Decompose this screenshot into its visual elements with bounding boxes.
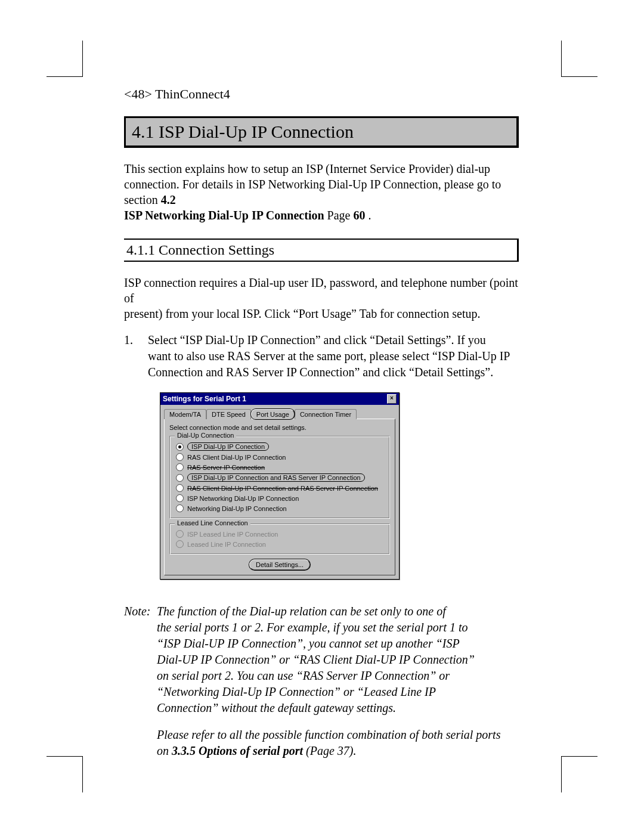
radio-icon bbox=[176, 540, 184, 548]
tabs-row: Modem/TA DTE Speed Port Usage Connection… bbox=[160, 405, 399, 419]
radio-leased: Leased Line IP Connection bbox=[176, 539, 383, 549]
intro-line3b: Page bbox=[324, 209, 354, 222]
note-l5: on serial port 2. You can use “RAS Serve… bbox=[157, 669, 450, 682]
radio-label: RAS Client Dial-Up IP Connection and RAS… bbox=[187, 485, 378, 492]
para2: ISP connection requires a Dial-up user I… bbox=[124, 275, 519, 321]
radio-label: RAS Client Dial-Up IP Connection bbox=[187, 454, 286, 461]
radio-label: ISP Dial-Up IP Connection and RAS Server… bbox=[187, 473, 365, 482]
note-l3: “ISP Dial-UP IP Connection”, you cannot … bbox=[157, 637, 460, 650]
radio-label: Networking Dial-Up IP Connection bbox=[187, 505, 287, 512]
intro-line3a: ISP Networking Dial-Up IP Connection bbox=[124, 209, 324, 222]
para2-l1: ISP connection requires a Dial-up user I… bbox=[124, 276, 518, 305]
radio-icon bbox=[176, 443, 184, 451]
content-area: <48> ThinConnect4 4.1 ISP Dial-Up IP Con… bbox=[124, 86, 519, 759]
tab-dte-speed[interactable]: DTE Speed bbox=[206, 409, 251, 419]
page-header: <48> ThinConnect4 bbox=[124, 86, 519, 102]
radio-ras-client-and-ras[interactable]: RAS Client Dial-Up IP Connection and RAS… bbox=[176, 483, 383, 493]
radio-icon bbox=[176, 484, 184, 492]
intro-paragraph: This section explains how to setup an IS… bbox=[124, 161, 519, 223]
intro-line2b: 4.2 bbox=[161, 193, 176, 206]
group-leased: Leased Line Connection ISP Leased Line I… bbox=[169, 524, 390, 555]
note-body: The function of the Dial-up relation can… bbox=[157, 603, 519, 716]
note-p2l2b: 3.3.5 Options of serial port bbox=[172, 744, 303, 757]
radio-icon bbox=[176, 494, 184, 502]
para2-l2: present) from your local ISP. Click “Por… bbox=[124, 307, 481, 320]
note-p2l2c: (Page 37). bbox=[303, 744, 356, 757]
radio-label: Leased Line IP Connection bbox=[187, 541, 266, 548]
tab-body: Select connection mode and set detail se… bbox=[164, 419, 395, 575]
radio-ras-client[interactable]: RAS Client Dial-Up IP Connection bbox=[176, 452, 383, 462]
intro-line1: This section explains how to setup an IS… bbox=[124, 162, 490, 175]
crop-mark-tl bbox=[47, 41, 83, 77]
group-dialup-legend: Dial-Up Connection bbox=[175, 432, 236, 439]
step-1-l3: Connection and RAS Server IP Connection”… bbox=[148, 366, 493, 379]
radio-icon bbox=[176, 453, 184, 461]
step-1-number: 1. bbox=[124, 332, 133, 348]
dialog-titlebar: Settings for Serial Port 1 × bbox=[160, 393, 399, 405]
page: <48> ThinConnect4 4.1 ISP Dial-Up IP Con… bbox=[0, 0, 644, 833]
radio-networking[interactable]: Networking Dial-Up IP Connection bbox=[176, 503, 383, 513]
step-1-l1: Select “ISP Dial-Up IP Connection” and c… bbox=[148, 333, 486, 346]
intro-line3c: 60 bbox=[353, 209, 365, 222]
note-p2l1: Please refer to all the possible functio… bbox=[157, 728, 500, 741]
subsection-title: 4.1.1 Connection Settings bbox=[124, 239, 519, 262]
settings-dialog: Settings for Serial Port 1 × Modem/TA DT… bbox=[160, 392, 400, 580]
radio-isp-networking[interactable]: ISP Networking Dial-Up IP Connection bbox=[176, 493, 383, 503]
note-l6: “Networking Dial-Up IP Connection” or “L… bbox=[157, 685, 436, 698]
note-l4: Dial-UP IP Connection” or “RAS Client Di… bbox=[157, 653, 475, 666]
dialog-title: Settings for Serial Port 1 bbox=[163, 395, 246, 403]
intro-line3d: . bbox=[365, 209, 371, 222]
dialog-screenshot: Settings for Serial Port 1 × Modem/TA DT… bbox=[160, 392, 519, 580]
section-title: 4.1 ISP Dial-Up IP Connection bbox=[124, 116, 519, 148]
radio-label: ISP Leased Line IP Connection bbox=[187, 531, 278, 538]
note-block: Note: The function of the Dial-up relati… bbox=[124, 603, 519, 759]
tab-connection-timer[interactable]: Connection Timer bbox=[295, 409, 357, 419]
group-leased-legend: Leased Line Connection bbox=[175, 519, 250, 527]
crop-mark-bl bbox=[47, 756, 83, 792]
note-p2l2a: on bbox=[157, 744, 172, 757]
note-l7: Connection” without the default gateway … bbox=[157, 701, 396, 714]
step-1: 1. Select “ISP Dial-Up IP Connection” an… bbox=[124, 332, 519, 380]
tab-port-usage[interactable]: Port Usage bbox=[251, 409, 295, 419]
note-body-2: Please refer to all the possible functio… bbox=[157, 727, 519, 759]
crop-mark-tr bbox=[561, 41, 597, 77]
group-dialup: Dial-Up Connection ISP Dial-Up IP Conect… bbox=[169, 436, 390, 519]
radio-isp-leased: ISP Leased Line IP Connection bbox=[176, 529, 383, 539]
radio-ras-server[interactable]: RAS Server IP Connection bbox=[176, 462, 383, 472]
radio-icon bbox=[176, 474, 184, 482]
note-label: Note: bbox=[124, 603, 157, 716]
radio-isp-dialup[interactable]: ISP Dial-Up IP Conection bbox=[176, 441, 383, 452]
tab-modem-ta[interactable]: Modem/TA bbox=[164, 409, 206, 419]
radio-label: RAS Server IP Connection bbox=[187, 464, 265, 471]
radio-label: ISP Dial-Up IP Conection bbox=[187, 442, 269, 451]
close-button[interactable]: × bbox=[387, 394, 397, 404]
radio-icon bbox=[176, 530, 184, 538]
detail-settings-button[interactable]: Detail Settings... bbox=[249, 559, 310, 570]
note-l2: the serial ports 1 or 2. For example, if… bbox=[157, 621, 468, 634]
detail-row: Detail Settings... bbox=[169, 559, 390, 570]
crop-mark-br bbox=[561, 756, 597, 792]
note-l1: The function of the Dial-up relation can… bbox=[157, 605, 446, 618]
step-1-l2: want to also use RAS Server at the same … bbox=[148, 349, 510, 363]
radio-label: ISP Networking Dial-Up IP Connection bbox=[187, 495, 299, 502]
intro-line2a: connection. For details in ISP Networkin… bbox=[124, 178, 501, 206]
radio-icon bbox=[176, 504, 184, 512]
radio-isp-and-ras[interactable]: ISP Dial-Up IP Connection and RAS Server… bbox=[176, 472, 383, 483]
radio-icon bbox=[176, 463, 184, 471]
instruction-text: Select connection mode and set detail se… bbox=[169, 424, 390, 431]
